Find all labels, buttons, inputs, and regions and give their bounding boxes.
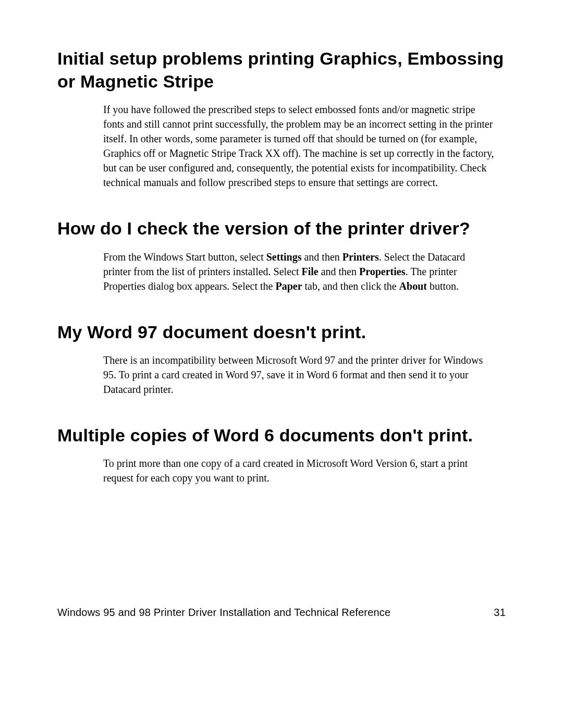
bold-text-run: Settings [266,251,302,263]
bold-text-run: File [301,266,318,277]
bold-text-run: Paper [275,280,302,292]
heading-word97: My Word 97 document doesn't print. [57,320,506,343]
section-initial-setup: Initial setup problems printing Graphics… [57,47,506,190]
footer-page-number: 31 [494,607,506,619]
body-initial-setup: If you have followed the prescribed step… [103,102,495,190]
body-word6: To print more than one copy of a card cr… [103,456,495,485]
body-check-version: From the Windows Start button, select Se… [103,250,495,293]
bold-text-run: Properties [359,266,406,277]
heading-initial-setup: Initial setup problems printing Graphics… [57,47,506,93]
text-run: tab, and then click the [302,280,399,292]
paragraph-text: To print more than one copy of a card cr… [103,456,495,485]
text-run: button. [427,280,459,292]
section-word6: Multiple copies of Word 6 documents don'… [57,424,506,485]
text-run: and then [319,266,359,277]
text-run: and then [301,251,342,263]
paragraph-text: If you have followed the prescribed step… [103,102,495,190]
paragraph-text: From the Windows Start button, select Se… [103,250,495,293]
document-page: Initial setup problems printing Graphics… [0,0,563,728]
section-word97: My Word 97 document doesn't print. There… [57,320,506,397]
paragraph-text: There is an incompatibility between Micr… [103,353,495,397]
text-run: From the Windows Start button, select [103,251,266,263]
section-check-version: How do I check the version of the printe… [57,217,506,293]
bold-text-run: About [399,280,427,292]
heading-check-version: How do I check the version of the printe… [57,217,506,240]
page-footer: Windows 95 and 98 Printer Driver Install… [57,607,506,619]
body-word97: There is an incompatibility between Micr… [103,353,495,397]
heading-word6: Multiple copies of Word 6 documents don'… [57,424,506,447]
footer-title: Windows 95 and 98 Printer Driver Install… [57,607,390,619]
bold-text-run: Printers [342,251,379,263]
